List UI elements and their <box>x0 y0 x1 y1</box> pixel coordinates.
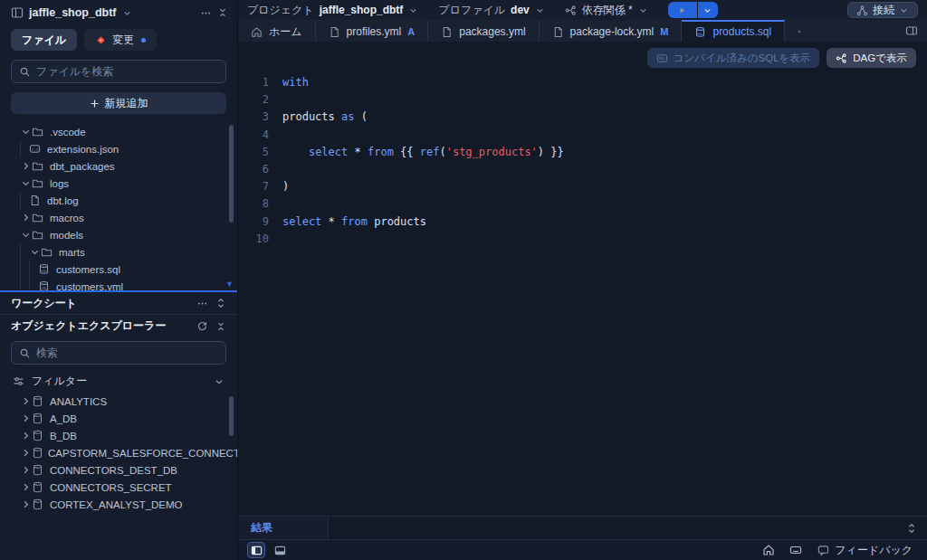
new-file-button[interactable]: 新規追加 <box>11 92 226 114</box>
code-line[interactable]: 8 <box>238 195 927 213</box>
database-icon <box>32 430 45 441</box>
dependencies-selector[interactable]: 依存関係 * <box>565 3 648 18</box>
editor-tab[interactable]: SQL products.sql <box>682 20 785 42</box>
sql-icon: SQL <box>38 263 52 275</box>
toggle-bottom-panel-button[interactable] <box>271 542 289 558</box>
code-line[interactable]: 5 select * from {{ ref('stg_products') }… <box>238 144 927 161</box>
object-search[interactable] <box>11 341 226 365</box>
database-item-label: ANALYTICS <box>50 396 107 407</box>
database-item[interactable]: CAPSTORM_SALESFORCE_CONNECTOR... <box>0 444 237 461</box>
code-line[interactable]: 3 products as ( <box>238 109 927 126</box>
refresh-icon[interactable] <box>196 320 208 332</box>
show-compiled-sql-button[interactable]: SQL コンパイル済みのSQLを表示 <box>647 48 820 68</box>
database-icon <box>32 464 45 476</box>
chevron-down-icon[interactable] <box>122 8 132 18</box>
code-area[interactable]: 1 with 2 3 products as ( 4 5 select * fr… <box>238 42 927 248</box>
play-icon <box>677 5 687 15</box>
editor-tab-badge: M <box>660 26 668 37</box>
run-options-button[interactable] <box>698 2 718 18</box>
app-window: jaffle_shop_dbtf ファイル 変更 <box>0 0 927 560</box>
chevron-right-icon <box>20 481 32 493</box>
plus-icon <box>90 99 100 109</box>
svg-text:{;}: {;} <box>32 147 39 152</box>
feedback-button[interactable]: フィードバック <box>812 543 918 558</box>
line-number: 3 <box>238 109 269 126</box>
split-editor-icon[interactable] <box>896 20 927 42</box>
database-item[interactable]: CORTEX_ANALYST_DEMO <box>0 496 237 513</box>
code-line[interactable]: 1 with <box>238 74 927 91</box>
tree-item[interactable]: YML customers.yml <box>0 278 237 290</box>
tab-files[interactable]: ファイル <box>11 29 77 51</box>
code-line[interactable]: 4 <box>238 127 927 144</box>
code-line[interactable]: 7 ) <box>238 178 927 195</box>
database-item[interactable]: ANALYTICS <box>0 393 237 410</box>
tree-item[interactable]: SQL customers.sql <box>0 261 237 278</box>
database-item[interactable]: A_DB <box>0 410 237 427</box>
object-explorer-header[interactable]: オブジェクトエクスプローラー <box>0 315 237 337</box>
home-icon <box>251 26 263 38</box>
results-tab[interactable]: 結果 <box>238 517 329 539</box>
layout-bottom-icon <box>274 545 286 556</box>
tree-item[interactable]: models <box>0 226 237 243</box>
tree-item[interactable]: dbt_packages <box>0 157 237 175</box>
tree-item-label: macros <box>50 213 84 223</box>
more-options-icon[interactable] <box>196 298 208 309</box>
new-tab-button[interactable] <box>785 20 814 42</box>
file-search[interactable] <box>11 60 226 83</box>
file-icon <box>29 195 43 206</box>
keyboard-icon[interactable] <box>785 542 807 558</box>
database-item[interactable]: CONNECTORS_DEST_DB <box>0 461 237 479</box>
toggle-sidebar-button[interactable] <box>247 542 265 558</box>
tree-item[interactable]: logs <box>0 175 237 192</box>
editor-tab-label: packages.yml <box>459 25 525 38</box>
home-icon[interactable] <box>758 542 779 558</box>
database-icon <box>32 395 45 407</box>
line-number: 5 <box>238 144 269 161</box>
collapse-panel-icon[interactable] <box>217 7 228 18</box>
tree-item[interactable]: .vscode <box>0 123 237 140</box>
indent-guides <box>20 192 29 209</box>
editor-tab[interactable]: packages.yml <box>428 20 539 42</box>
show-dag-button[interactable]: DAGで表示 <box>827 48 916 68</box>
file-icon <box>552 26 564 38</box>
connect-button[interactable]: 接続 <box>847 2 918 18</box>
file-search-input[interactable] <box>36 65 218 78</box>
editor-tab-badge: A <box>407 26 415 37</box>
editor-tab[interactable]: package-lock.yml M <box>540 20 683 42</box>
dblist-scrollbar[interactable] <box>229 396 234 436</box>
run-button[interactable] <box>668 2 697 18</box>
editor-tab[interactable]: profiles.yml A <box>316 20 429 42</box>
project-selector[interactable]: プロジェクト jaffle_shop_dbtf <box>247 3 418 18</box>
yml-icon: YML <box>38 280 52 290</box>
editor-tab[interactable]: ホーム <box>238 20 316 42</box>
results-expand-icon[interactable] <box>896 517 927 539</box>
tree-item-label: customers.sql <box>56 264 120 275</box>
database-item[interactable]: B_DB <box>0 427 237 444</box>
editor-toolbar: SQL コンパイル済みのSQLを表示 DAGで表示 <box>647 48 916 68</box>
code-line[interactable]: 10 <box>238 231 927 248</box>
tree-item[interactable]: marts <box>0 243 237 261</box>
filter-row[interactable]: フィルター <box>0 370 237 393</box>
editor-tabbar: ホーム profiles.yml A packages.yml package-… <box>238 20 927 42</box>
more-options-icon[interactable] <box>200 7 212 19</box>
database-item[interactable]: CONNECTORS_SECRET <box>0 479 237 496</box>
tab-changes[interactable]: 変更 <box>84 29 157 51</box>
tree-item[interactable]: macros <box>0 209 237 226</box>
tree-item[interactable]: {;} extensions.json <box>0 140 237 157</box>
indent-guides <box>20 261 38 278</box>
code-line[interactable]: 6 <box>238 161 927 178</box>
line-number: 9 <box>238 214 269 231</box>
editor[interactable]: SQL コンパイル済みのSQLを表示 DAGで表示 1 with 2 3 pro… <box>238 42 927 516</box>
run-button-group <box>668 2 718 18</box>
tree-scroll-down-icon[interactable]: ▼ <box>225 280 234 289</box>
tree-item[interactable]: dbt.log <box>0 192 237 209</box>
worksheets-header[interactable]: ワークシート <box>0 292 237 315</box>
tree-scrollbar[interactable] <box>229 125 234 223</box>
collapse-section-icon[interactable] <box>215 321 226 332</box>
code-line[interactable]: 9 select * from products <box>238 214 927 231</box>
object-search-input[interactable] <box>36 346 218 359</box>
profile-selector[interactable]: プロファイル dev <box>438 3 544 18</box>
code-line[interactable]: 2 <box>238 91 927 109</box>
expand-section-icon[interactable] <box>215 298 226 308</box>
chevron-down-icon <box>408 5 418 15</box>
